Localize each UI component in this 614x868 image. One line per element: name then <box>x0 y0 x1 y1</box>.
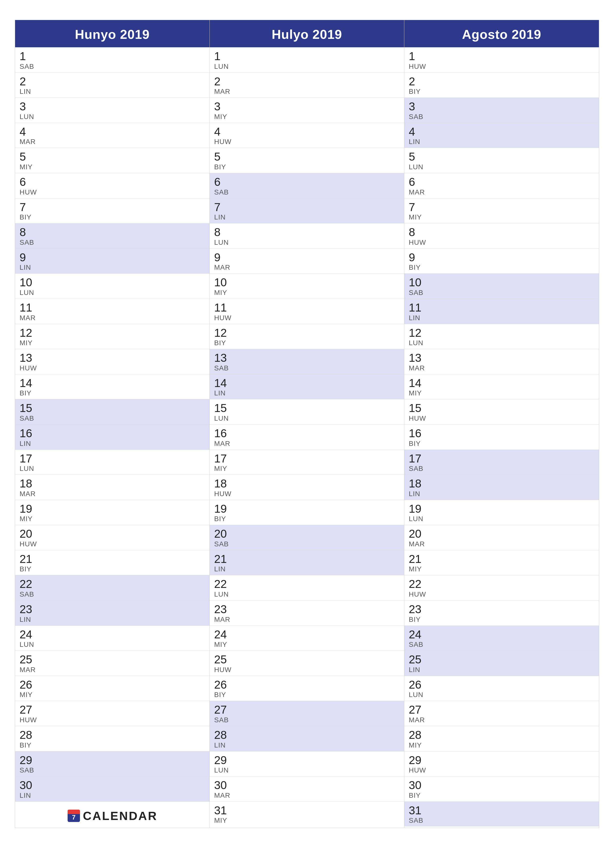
day-row: 24MIY <box>210 626 404 651</box>
day-name: LIN <box>214 565 399 573</box>
day-name: MAR <box>20 666 205 674</box>
day-row: 14BIY <box>15 374 210 399</box>
day-name: LUN <box>409 163 594 171</box>
day-row: 7LIN <box>210 198 404 223</box>
day-number: 12 <box>20 327 205 339</box>
day-number: 30 <box>409 779 594 792</box>
day-name: LUN <box>214 63 399 71</box>
logo-text: CALENDAR <box>83 809 157 823</box>
day-name: MAR <box>214 615 399 623</box>
day-row: 29LUN <box>210 751 404 777</box>
day-number: 11 <box>409 301 594 314</box>
day-name: BIY <box>20 389 205 397</box>
day-row: 15SAB <box>15 399 210 424</box>
day-row: 14LIN <box>210 374 404 399</box>
day-name: SAB <box>20 414 205 422</box>
day-row: 27SAB <box>210 701 404 726</box>
day-row: 2LIN <box>15 73 210 98</box>
day-name: LUN <box>20 289 205 297</box>
day-row: 13HUW <box>15 349 210 374</box>
day-number: 1 <box>214 50 399 63</box>
day-number: 7 <box>409 201 594 214</box>
day-number: 30 <box>20 779 205 792</box>
day-number: 27 <box>409 704 594 716</box>
day-row: 31SAB <box>404 801 599 827</box>
day-row: 30BIY <box>404 776 599 801</box>
day-name: SAB <box>20 766 205 774</box>
day-number: 8 <box>20 226 205 239</box>
day-name: BIY <box>409 440 594 448</box>
day-row: 3LUN <box>15 98 210 123</box>
day-number: 8 <box>214 226 399 239</box>
day-name: SAB <box>20 63 205 71</box>
day-name: MAR <box>409 364 594 372</box>
day-row: 8SAB <box>15 223 210 248</box>
day-row: 12MIY <box>15 324 210 349</box>
day-name: BIY <box>20 213 205 221</box>
day-name: MIY <box>20 515 205 523</box>
day-row: 18LIN <box>404 474 599 500</box>
day-name: LIN <box>214 741 399 749</box>
day-number: 26 <box>409 679 594 691</box>
day-name: HUW <box>20 540 205 548</box>
day-name: SAB <box>409 113 594 121</box>
day-name: MAR <box>20 314 205 322</box>
day-number: 18 <box>409 477 594 490</box>
day-number: 27 <box>214 704 399 716</box>
day-name: MAR <box>20 138 205 146</box>
day-row: 19MIY <box>15 500 210 525</box>
day-name: HUW <box>214 490 399 498</box>
day-number: 18 <box>20 477 205 490</box>
day-row: 21BIY <box>15 550 210 575</box>
day-number: 20 <box>20 527 205 540</box>
day-row: 28BIY <box>15 726 210 751</box>
day-name: HUW <box>409 63 594 71</box>
day-name: HUW <box>20 364 205 372</box>
day-row: 16BIY <box>404 424 599 450</box>
day-name: MIY <box>20 163 205 171</box>
day-name: HUW <box>409 414 594 422</box>
day-row: 14MIY <box>404 374 599 399</box>
day-name: HUW <box>214 314 399 322</box>
day-name: LIN <box>214 213 399 221</box>
day-name: BIY <box>409 792 594 800</box>
day-number: 1 <box>409 50 594 63</box>
day-number: 20 <box>409 527 594 540</box>
day-row: 25MAR <box>15 651 210 676</box>
day-number: 8 <box>409 226 594 239</box>
day-row: 13MAR <box>404 349 599 374</box>
day-name: SAB <box>214 188 399 196</box>
day-number: 15 <box>214 402 399 414</box>
day-row: 27MAR <box>404 701 599 726</box>
day-number: 18 <box>214 477 399 490</box>
calendar-grid: Hunyo 20191SAB2LIN3LUN4MAR5MIY6HUW7BIY8S… <box>15 20 599 828</box>
day-number: 31 <box>214 804 399 817</box>
day-number: 12 <box>409 327 594 339</box>
day-name: MIY <box>20 339 205 347</box>
svg-text:7: 7 <box>72 814 76 821</box>
month-col-0: Hunyo 20191SAB2LIN3LUN4MAR5MIY6HUW7BIY8S… <box>15 20 210 828</box>
day-name: BIY <box>214 339 399 347</box>
day-row: 17LUN <box>15 450 210 475</box>
day-name: MAR <box>214 264 399 271</box>
day-row: 25LIN <box>404 651 599 676</box>
day-number: 22 <box>214 578 399 591</box>
day-row: 11LIN <box>404 299 599 324</box>
day-row: 23MAR <box>210 600 404 626</box>
day-row: 10SAB <box>404 273 599 299</box>
day-number: 30 <box>214 779 399 792</box>
day-number: 4 <box>214 126 399 138</box>
day-row: 30MAR <box>210 776 404 801</box>
day-number: 22 <box>20 578 205 591</box>
day-number: 28 <box>409 729 594 741</box>
day-row: 12BIY <box>210 324 404 349</box>
day-number: 14 <box>214 377 399 389</box>
day-name: MIY <box>409 565 594 573</box>
day-row: 23BIY <box>404 600 599 626</box>
day-row: 9MAR <box>210 248 404 274</box>
day-name: MAR <box>214 792 399 800</box>
day-name: SAB <box>409 465 594 473</box>
day-name: LIN <box>409 138 594 146</box>
month-header-0: Hunyo 2019 <box>15 20 210 47</box>
day-row: 3MIY <box>210 98 404 123</box>
